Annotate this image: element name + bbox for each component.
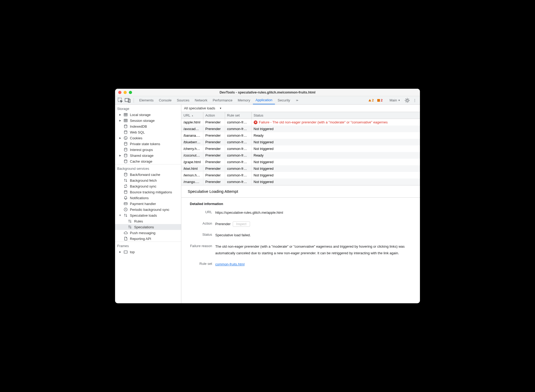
- panel-tab-application[interactable]: Application: [253, 96, 275, 104]
- sidebar-item-rules[interactable]: Rules: [115, 218, 181, 224]
- detail-action-label: Action: [188, 221, 212, 225]
- maximize-icon[interactable]: [129, 91, 132, 94]
- sidebar-item-periodic-background-sync[interactable]: Periodic background sync: [115, 207, 181, 212]
- sidebar-section-background-services: Background services: [115, 164, 181, 172]
- close-icon[interactable]: [118, 91, 121, 94]
- cell-action: Prerender: [203, 152, 225, 159]
- cell-status: Not triggered: [251, 145, 420, 152]
- sidebar-item-top[interactable]: ▶top: [115, 249, 181, 255]
- table-row[interactable]: /apple.htmlPrerendercommon-fr…✕Failure -…: [181, 119, 420, 126]
- db-icon: [124, 130, 128, 134]
- cell-url: /grape.html: [181, 159, 203, 165]
- cell-status: Ready: [251, 152, 420, 159]
- sidebar-item-bounce-tracking-mitigations[interactable]: Bounce tracking mitigations: [115, 189, 181, 195]
- cell-ruleset: common-fr…: [225, 165, 251, 172]
- sidebar-item-cache-storage[interactable]: Cache storage: [115, 158, 181, 164]
- detail-panel: Speculative Loading Attempt Detailed inf…: [181, 185, 420, 303]
- col-header-url[interactable]: URL▲: [181, 112, 203, 119]
- sidebar-item-indexeddb[interactable]: IndexedDB: [115, 123, 181, 129]
- more-menu-icon[interactable]: ⋮: [411, 97, 418, 104]
- col-header-status[interactable]: Status: [251, 112, 420, 119]
- sidebar-item-session-storage[interactable]: ▶Session storage: [115, 118, 181, 123]
- cell-action: Prerender: [203, 172, 225, 179]
- sidebar-item-background-fetch[interactable]: Background fetch: [115, 177, 181, 183]
- panel-tab-security[interactable]: Security: [275, 96, 293, 104]
- sidebar-item-notifications[interactable]: Notifications: [115, 195, 181, 201]
- sidebar-item-push-messaging[interactable]: Push messaging: [115, 230, 181, 236]
- table-row[interactable]: /lemon.h…Prerendercommon-fr…Not triggere…: [181, 172, 420, 179]
- cell-status: Not triggered: [251, 139, 420, 145]
- clock-icon: [124, 207, 128, 212]
- sidebar-item-shared-storage[interactable]: ▶Shared storage: [115, 153, 181, 158]
- cell-ruleset: common-fr…: [225, 145, 251, 152]
- more-tabs-icon[interactable]: ≫: [294, 97, 300, 104]
- inspect-button[interactable]: Inspect: [233, 221, 250, 227]
- table-row[interactable]: /mango.…Prerendercommon-fr…Not triggered: [181, 179, 420, 185]
- panel-tab-network[interactable]: Network: [192, 96, 210, 104]
- updown-icon: [128, 225, 132, 229]
- sidebar-item-local-storage[interactable]: ▶Local storage: [115, 112, 181, 118]
- sidebar-item-label: top: [130, 250, 135, 254]
- sidebar-item-label: Speculations: [134, 225, 154, 229]
- sidebar-item-speculations[interactable]: Speculations: [115, 224, 181, 230]
- errors-badge[interactable]: 2: [377, 98, 383, 102]
- table-row[interactable]: /blueberr…Prerendercommon-fr…Not trigger…: [181, 139, 420, 145]
- content-panel: All speculative loads ▼ URL▲ActionRule s…: [181, 105, 420, 303]
- table-row[interactable]: /coconut…Prerendercommon-fr…Ready: [181, 152, 420, 159]
- svg-point-12: [125, 139, 126, 139]
- detail-title: Speculative Loading Attempt: [181, 185, 420, 197]
- inspect-element-icon[interactable]: [117, 97, 124, 104]
- window-title: DevTools - speculative-rules.glitch.me/c…: [220, 90, 315, 94]
- sidebar-item-web-sql[interactable]: Web SQL: [115, 129, 181, 135]
- sidebar-item-payment-handler[interactable]: Payment handler: [115, 201, 181, 207]
- detail-url-label: URL: [188, 210, 212, 214]
- cell-url: /apple.html: [181, 119, 203, 126]
- sidebar-item-back-forward-cache[interactable]: Back/forward cache: [115, 172, 181, 177]
- sync-icon: [124, 184, 128, 188]
- updown-icon: [124, 178, 128, 182]
- cell-action: Prerender: [203, 165, 225, 172]
- filter-dropdown[interactable]: All speculative loads ▼: [181, 105, 420, 112]
- detail-ruleset-label: Rule set: [188, 261, 212, 266]
- col-header-rule-set[interactable]: Rule set: [225, 112, 251, 119]
- sidebar-item-label: Session storage: [130, 119, 155, 123]
- sidebar-item-reporting-api[interactable]: Reporting API: [115, 236, 181, 242]
- table-row[interactable]: /grape.htmlPrerendercommon-fr…Not trigge…: [181, 159, 420, 165]
- sidebar-item-background-sync[interactable]: Background sync: [115, 183, 181, 189]
- sidebar-item-speculative-loads[interactable]: ▼Speculative loads: [115, 212, 181, 218]
- sidebar-item-label: Local storage: [130, 113, 151, 117]
- minimize-icon[interactable]: [124, 91, 127, 94]
- updown-icon: [124, 213, 128, 217]
- sidebar-item-label: Shared storage: [130, 154, 154, 158]
- panel-tab-memory[interactable]: Memory: [235, 96, 253, 104]
- svg-point-7: [124, 125, 127, 126]
- table-row[interactable]: /cherry.h…Prerendercommon-fr…Not trigger…: [181, 145, 420, 152]
- table-row[interactable]: /kiwi.htmlPrerendercommon-fr…Not trigger…: [181, 165, 420, 172]
- panel-tab-sources[interactable]: Sources: [174, 96, 192, 104]
- svg-point-9: [124, 136, 127, 140]
- table-row[interactable]: /banana.…Prerendercommon-fr…Ready: [181, 132, 420, 139]
- col-header-action[interactable]: Action: [203, 112, 225, 119]
- svg-point-17: [124, 173, 127, 174]
- panel-tab-console[interactable]: Console: [156, 96, 174, 104]
- panel-tab-performance[interactable]: Performance: [210, 96, 235, 104]
- sidebar-item-interest-groups[interactable]: Interest groups: [115, 147, 181, 153]
- grid-icon: [124, 118, 128, 123]
- table-row[interactable]: /avocad…Prerendercommon-fr…Not triggered: [181, 126, 420, 132]
- detail-section-title: Detailed information: [188, 202, 414, 206]
- device-toolbar-icon[interactable]: [125, 97, 131, 104]
- ruleset-link[interactable]: common-fruits.html: [215, 262, 245, 266]
- sidebar-item-private-state-tokens[interactable]: Private state tokens: [115, 141, 181, 147]
- sidebar-item-cookies[interactable]: ▶Cookies: [115, 135, 181, 141]
- sidebar-item-label: Periodic background sync: [130, 208, 169, 212]
- cell-url: /avocad…: [181, 126, 203, 132]
- warnings-badge[interactable]: 2: [368, 98, 374, 102]
- target-selector[interactable]: Main ▼: [387, 96, 403, 104]
- detail-ruleset-value: common-fruits.html: [215, 261, 414, 268]
- cell-status: ✕Failure - The old non-eager prerender (…: [251, 119, 420, 126]
- settings-icon[interactable]: [404, 97, 410, 104]
- panel-tab-elements[interactable]: Elements: [137, 96, 156, 104]
- detail-action-value: PrerenderInspect: [215, 221, 414, 228]
- db-icon: [124, 124, 128, 128]
- svg-point-15: [124, 154, 127, 155]
